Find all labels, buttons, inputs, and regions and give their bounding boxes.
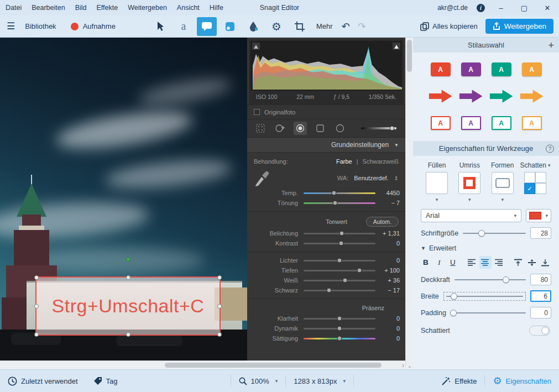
selection-handle-w[interactable]	[34, 304, 39, 309]
italic-button[interactable]: I	[433, 256, 446, 269]
original-photo-checkbox[interactable]	[254, 109, 260, 115]
tint-slider-thumb[interactable]	[333, 201, 338, 206]
shadow-option-se[interactable]	[535, 183, 546, 194]
font-size-thumb[interactable]	[478, 230, 485, 237]
account-label[interactable]: akr@ct.de	[437, 4, 468, 12]
rotate-handle[interactable]	[126, 257, 130, 262]
grid-mask-tool[interactable]	[254, 122, 267, 135]
vibrance-slider[interactable]	[304, 328, 375, 330]
shadows-slider-thumb[interactable]	[357, 268, 362, 273]
temp-slider[interactable]	[304, 192, 375, 194]
shadowed-toggle[interactable]	[529, 326, 550, 336]
fill-caret-icon[interactable]: ▾	[436, 197, 438, 202]
clarity-slider-thumb[interactable]	[337, 316, 342, 321]
style-bubble-orange[interactable]: A	[522, 62, 542, 76]
style-rect-red[interactable]: A	[431, 116, 451, 130]
selection-handle-e[interactable]	[217, 304, 222, 309]
callout-text[interactable]: Strg+Umschalt+C	[52, 295, 205, 317]
radial-add-tool[interactable]	[274, 122, 287, 135]
eyedropper-icon[interactable]	[254, 169, 270, 187]
contrast-slider[interactable]	[304, 243, 375, 244]
horizontal-scrollbar[interactable]: ›	[0, 360, 405, 369]
bold-button[interactable]: B	[420, 256, 432, 269]
wb-preset-dropdown[interactable]: Benutzerdef.	[354, 175, 388, 181]
opacity-thumb[interactable]	[503, 276, 509, 283]
advanced-expand-icon[interactable]: ▼	[421, 245, 426, 251]
style-rect-teal[interactable]: A	[492, 116, 511, 130]
auto-tone-button[interactable]: Autom.	[366, 217, 399, 227]
undo-button[interactable]: ↶	[339, 20, 352, 33]
zoom-dropdown[interactable]: 100% ▾	[231, 377, 286, 385]
highlight-clipping-icon[interactable]	[393, 43, 400, 50]
align-left-button[interactable]	[466, 256, 478, 269]
contrast-slider-thumb[interactable]	[338, 241, 343, 246]
basic-section-header[interactable]: Grundeinstellungen ▼	[247, 138, 405, 153]
style-bubble-teal[interactable]: A	[492, 62, 511, 76]
effects-button[interactable]: Effekte	[433, 377, 484, 386]
font-family-select[interactable]: Arial ▾	[421, 209, 521, 222]
shadow-option-ne[interactable]	[524, 172, 535, 183]
add-style-button[interactable]: +	[548, 40, 554, 50]
library-button[interactable]: Bibliothek	[25, 22, 56, 30]
treatment-bw-option[interactable]: Schwarzweiß	[363, 158, 399, 165]
menu-hilfe[interactable]: Hilfe	[210, 4, 223, 12]
width-slider[interactable]	[446, 296, 523, 297]
shadow-option-nw[interactable]	[535, 172, 546, 183]
style-arrow-red[interactable]	[429, 88, 452, 104]
style-bubble-red[interactable]: A	[431, 62, 451, 76]
share-button[interactable]: Weitergeben	[485, 19, 553, 34]
redo-button[interactable]: ↷	[356, 20, 368, 33]
outline-caret-icon[interactable]: ▾	[468, 197, 471, 202]
menu-weitergeben[interactable]: Weitergeben	[128, 4, 167, 12]
menu-effekte[interactable]: Effekte	[97, 4, 118, 12]
opacity-value[interactable]: 80	[530, 274, 551, 285]
histogram[interactable]	[250, 41, 402, 91]
vertical-scrollbar[interactable]: ⌄	[405, 38, 413, 369]
tag-button[interactable]: Tag	[86, 377, 126, 385]
horizontal-scrollbar-thumb[interactable]	[165, 363, 382, 368]
exposure-slider[interactable]	[304, 233, 375, 234]
padding-slider[interactable]	[451, 312, 526, 313]
opacity-slider[interactable]	[454, 279, 526, 280]
feather-gradient-thumb[interactable]	[390, 126, 395, 131]
help-icon[interactable]: ?	[546, 144, 554, 153]
selection-handle-ne[interactable]	[217, 275, 222, 280]
minimize-button[interactable]: –	[494, 4, 508, 12]
padding-value[interactable]: 0	[530, 307, 551, 318]
valign-top-button[interactable]	[512, 256, 524, 269]
style-rect-orange[interactable]: A	[522, 116, 542, 130]
properties-button[interactable]: ⚙ Eigenschaften	[485, 375, 559, 387]
saturation-slider-thumb[interactable]	[337, 336, 342, 341]
outline-swatch[interactable]	[458, 172, 480, 194]
treatment-color-option[interactable]: Farbe	[336, 158, 352, 165]
fill-swatch[interactable]	[426, 172, 448, 194]
maximize-button[interactable]: ▢	[517, 4, 531, 12]
recent-button[interactable]: Zuletzt verwendet	[0, 377, 86, 386]
selection-handle-s[interactable]	[126, 332, 130, 337]
info-icon[interactable]: i	[477, 4, 485, 12]
style-arrow-orange[interactable]	[520, 88, 544, 104]
width-thumb[interactable]	[451, 293, 457, 300]
tint-slider[interactable]	[304, 202, 375, 204]
style-bubble-purple[interactable]: A	[461, 62, 481, 76]
menu-datei[interactable]: Datei	[6, 4, 22, 12]
shadow-clipping-icon[interactable]	[252, 43, 260, 50]
circle-mask-tool[interactable]	[333, 122, 347, 135]
wb-dropdown-arrows-icon[interactable]: ⇕	[394, 175, 399, 181]
temp-slider-thumb[interactable]	[331, 191, 336, 196]
rect-mask-tool[interactable]	[314, 122, 327, 135]
align-center-button[interactable]	[479, 256, 492, 269]
exposure-slider-thumb[interactable]	[339, 231, 344, 236]
selection-handle-n[interactable]	[126, 275, 130, 280]
shape-tool[interactable]	[220, 17, 240, 36]
selection-handle-sw[interactable]	[34, 332, 39, 337]
valign-middle-button[interactable]	[526, 256, 538, 269]
copy-all-button[interactable]: Alles kopieren	[420, 22, 478, 31]
vibrance-slider-thumb[interactable]	[337, 326, 342, 331]
crop-tool[interactable]	[290, 17, 310, 36]
blacks-slider-thumb[interactable]	[326, 288, 331, 293]
callout-tool-selected[interactable]	[197, 17, 217, 36]
feather-gradient-slider[interactable]	[361, 127, 396, 129]
callout-annotation[interactable]: Strg+Umschalt+C	[35, 276, 221, 336]
style-arrow-purple[interactable]	[459, 88, 483, 104]
